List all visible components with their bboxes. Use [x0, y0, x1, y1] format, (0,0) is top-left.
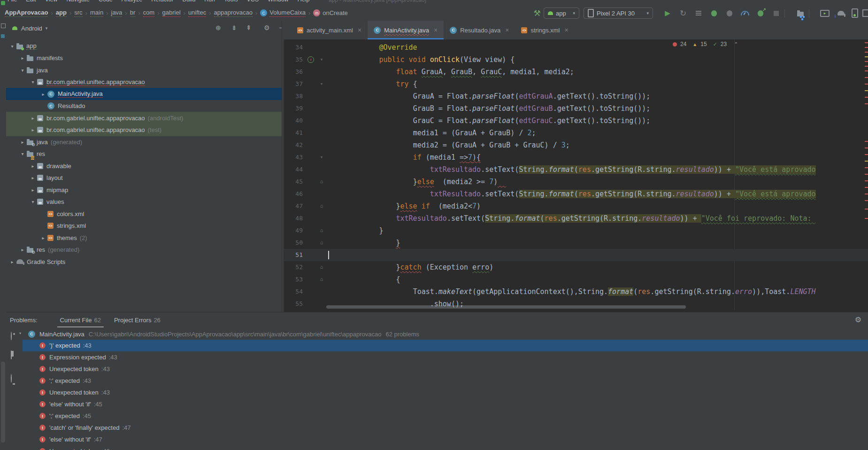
device-manager-button[interactable] — [849, 7, 861, 19]
chevron-collapsed-icon[interactable]: ▸ — [8, 259, 16, 264]
breadcrumb-item-volumecaixa[interactable]: VolumeCaixa — [269, 9, 306, 17]
tree-item-colors-xml[interactable]: colors.xml — [6, 208, 282, 220]
more-button[interactable] — [866, 7, 868, 19]
close-icon[interactable]: × — [434, 26, 438, 34]
menu-item-window[interactable]: Window — [268, 0, 288, 3]
debug-button[interactable] — [708, 7, 720, 19]
tree-item-res[interactable]: ▸res(generated) — [6, 244, 282, 256]
code-line-38[interactable]: 38 GrauA = Float.parseFloat(edtGrauA.get… — [284, 90, 868, 102]
breadcrumb-item-appaprovacao[interactable]: appaprovacao — [214, 9, 253, 17]
running-devices-button[interactable] — [819, 7, 831, 19]
tree-item-app[interactable]: ▾app — [6, 40, 282, 52]
fold-close-icon[interactable]: ⌂ — [318, 200, 325, 212]
chevron-collapsed-icon[interactable]: ▸ — [18, 247, 27, 252]
tree-item-br-com-gabriel-uniftec-appaprovacao[interactable]: ▸br.com.gabriel.uniftec.appaprovacao(and… — [6, 112, 282, 124]
run-configuration-select[interactable]: app ▾ — [544, 8, 579, 19]
code-line-47[interactable]: 47⌂ }else if (media2<7) — [284, 200, 868, 212]
device-file-explorer-button[interactable] — [794, 7, 807, 19]
tab-strings-xml[interactable]: strings.xml× — [515, 21, 574, 39]
problems-tab-project-errors[interactable]: Project Errors26 — [108, 312, 167, 327]
chevron-collapsed-icon[interactable]: ▸ — [29, 187, 37, 193]
tree-item-java[interactable]: ▸java(generated) — [6, 136, 282, 148]
collapse-all-icon[interactable]: ⇟ — [231, 24, 237, 31]
code-line-53[interactable]: 53⌂ { — [284, 273, 868, 286]
fold-close-icon[interactable]: ⌂ — [318, 261, 325, 273]
locate-file-icon[interactable]: ⊕ — [215, 24, 221, 31]
tree-item-br-com-gabriel-uniftec-appaprovacao[interactable]: ▸br.com.gabriel.uniftec.appaprovacao(tes… — [6, 124, 282, 136]
close-icon[interactable]: × — [358, 26, 361, 34]
fold-close-icon[interactable]: ⌂ — [318, 225, 325, 237]
tree-item-mipmap[interactable]: ▸mipmap — [6, 184, 282, 196]
tree-item-gradle-scripts[interactable]: ▸Gradle Scripts — [6, 256, 282, 268]
problem-row[interactable]: !'else' without 'if':47 — [23, 434, 868, 445]
code-line-45[interactable]: 45⌂ }else (media2 >= 7) — [284, 176, 868, 188]
problems-file-row[interactable]: MainActivity.java C:\Users\gabri\Android… — [6, 328, 868, 340]
breadcrumb-item-com[interactable]: com — [143, 9, 155, 17]
profiler-button[interactable] — [739, 7, 751, 19]
problems-tab-current-file[interactable]: Current File62 — [54, 312, 108, 327]
menu-item-file[interactable]: File — [8, 0, 17, 3]
code-line-55[interactable]: 55 .show(); — [284, 298, 868, 310]
tab-activity-main-xml[interactable]: activity_main.xml× — [291, 21, 368, 39]
gradle-sync-button[interactable] — [835, 7, 847, 19]
tree-item-strings-xml[interactable]: strings.xml — [6, 220, 282, 232]
chevron-collapsed-icon[interactable]: ▸ — [18, 55, 27, 61]
build-hammer-icon[interactable]: ⚒ — [531, 7, 543, 19]
chevron-collapsed-icon[interactable]: ▸ — [29, 175, 37, 180]
apply-changes-button[interactable] — [677, 7, 689, 19]
code-line-44[interactable]: 44 txtResultado.setText(String.format(re… — [284, 163, 868, 176]
fold-open-icon[interactable]: ▾ — [318, 54, 325, 66]
tree-item-themes[interactable]: ▸themes(2) — [6, 232, 282, 244]
tree-item-resultado[interactable]: Resultado — [6, 100, 282, 112]
fold-close-icon[interactable]: ⌂ — [318, 176, 325, 188]
code-line-35[interactable]: 35↑▾ public void onClick(View view) { — [284, 54, 868, 66]
problem-row[interactable]: !'catch' or 'finally' expected:47 — [23, 422, 868, 434]
close-icon[interactable]: × — [565, 26, 568, 34]
code-line-39[interactable]: 39 GrauB = Float.parseFloat(edtGrauB.get… — [284, 102, 868, 115]
tool-stripe-scrollbar[interactable] — [1, 362, 5, 442]
menu-item-view[interactable]: View — [45, 0, 58, 3]
run-button[interactable] — [661, 7, 674, 19]
tree-item-manifests[interactable]: ▸manifests — [6, 52, 282, 64]
tree-item-values[interactable]: ▾values — [6, 196, 282, 208]
tree-item-res[interactable]: ▾res — [6, 148, 282, 160]
tool-stripe-icon[interactable] — [1, 23, 6, 28]
menu-item-navigate[interactable]: Navigate — [67, 0, 90, 3]
code-line-48[interactable]: 48 txtResultado.setText(String.format(re… — [284, 212, 868, 225]
code-line-36[interactable]: 36 float GrauA, GrauB, GrauC, media1, me… — [284, 66, 868, 78]
quick-fix-bulb-icon[interactable] — [11, 374, 12, 383]
code-line-54[interactable]: 54 Toast.makeText(getApplicationContext(… — [284, 286, 868, 298]
chevron-expanded-icon[interactable]: ▾ — [18, 68, 27, 73]
override-method-icon[interactable]: ↑ — [307, 56, 314, 63]
gear-icon[interactable]: ⚙ — [855, 315, 861, 324]
close-icon[interactable]: × — [505, 26, 509, 34]
problem-row[interactable]: !';' expected:43 — [23, 375, 868, 387]
chevron-expanded-icon[interactable]: ▾ — [29, 199, 37, 204]
chevron-expanded-icon[interactable]: ▾ — [18, 151, 27, 156]
code-line-49[interactable]: 49⌂ } — [284, 225, 868, 237]
chevron-expanded-icon[interactable]: ▾ — [29, 79, 37, 85]
code-editor[interactable]: 24 ▲ 15 ✓ 23 ⌃ 34 @Override35↑▾ public v… — [284, 39, 868, 312]
code-line-41[interactable]: 41 media1 = (GrauA + GrauB) / 2; — [284, 127, 868, 139]
tree-item-java[interactable]: ▾java — [6, 64, 282, 76]
fold-close-icon[interactable]: ⌂ — [318, 237, 325, 249]
chevron-collapsed-icon[interactable]: ▸ — [18, 140, 27, 145]
menu-item-code[interactable]: Code — [99, 0, 113, 3]
breadcrumb-item-java[interactable]: java — [111, 9, 123, 17]
code-line-50[interactable]: 50⌂ } — [284, 237, 868, 249]
tree-item-drawable[interactable]: ▸drawable — [6, 160, 282, 172]
tab-mainactivity-java[interactable]: MainActivity.java× — [368, 21, 444, 39]
expand-all-icon[interactable]: ⇞ — [246, 24, 252, 31]
breadcrumb-item-appaprovacao[interactable]: AppAprovacao — [5, 9, 48, 17]
fold-open-icon[interactable]: ▾ — [318, 151, 325, 163]
menu-item-run[interactable]: Run — [204, 0, 215, 3]
chevron-collapsed-icon[interactable]: ▸ — [29, 127, 37, 132]
tree-item-mainactivity-java[interactable]: ▸MainActivity.java — [6, 88, 282, 100]
code-line-43[interactable]: 43▾ if (media1 =>7){ — [284, 151, 868, 163]
chevron-collapsed-icon[interactable]: ▸ — [39, 92, 47, 97]
panel-splitter[interactable] — [282, 21, 282, 312]
breadcrumb-item-gabriel[interactable]: gabriel — [162, 9, 181, 17]
gear-icon[interactable]: ⚙ — [264, 24, 270, 31]
code-line-37[interactable]: 37▾ try { — [284, 78, 868, 90]
tab-resultado-java[interactable]: Resultado.java× — [444, 21, 515, 39]
